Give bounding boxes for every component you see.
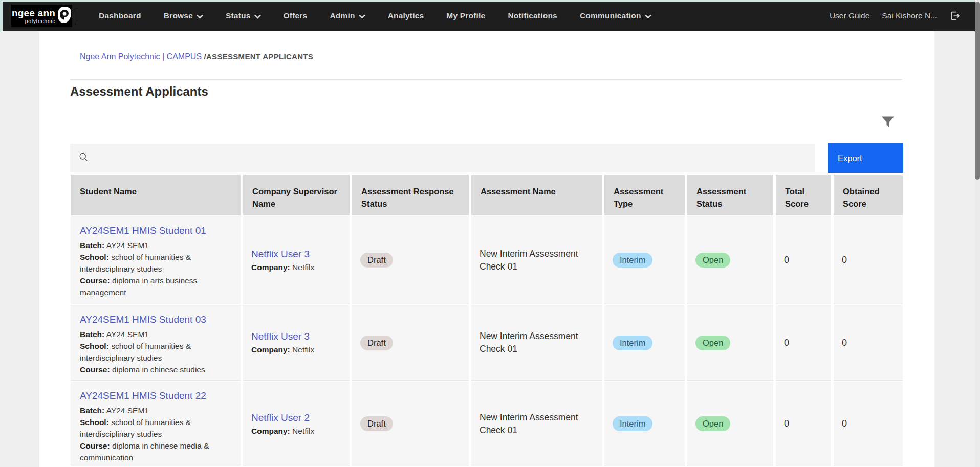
np-logo[interactable]: ngee ann polytechnic bbox=[11, 5, 72, 27]
assessment-name-cell: New Interim Assessment Check 01 bbox=[471, 305, 602, 381]
search-bar bbox=[70, 144, 815, 172]
top-nav: ngee ann polytechnic Dashboard Browse St… bbox=[0, 0, 975, 31]
filter-button[interactable] bbox=[878, 113, 898, 132]
assessment-type-cell: Interim bbox=[604, 216, 685, 304]
student-link[interactable]: AY24SEM1 HMIS Student 01 bbox=[80, 224, 206, 237]
table-row: AY24SEM1 HMIS Student 03 Batch: AY24 SEM… bbox=[71, 305, 903, 381]
table-row: AY24SEM1 HMIS Student 01 Batch: AY24 SEM… bbox=[71, 216, 903, 304]
assessment-status-badge: Open bbox=[695, 336, 730, 350]
student-link[interactable]: AY24SEM1 HMIS Student 22 bbox=[80, 389, 206, 403]
chevron-down-icon bbox=[359, 12, 365, 21]
student-cell: AY24SEM1 HMIS Student 22 Batch: AY24 SEM… bbox=[71, 382, 241, 466]
student-cell: AY24SEM1 HMIS Student 01 Batch: AY24 SEM… bbox=[71, 216, 241, 304]
scrollbar-track[interactable] bbox=[975, 0, 980, 467]
student-link[interactable]: AY24SEM1 HMIS Student 03 bbox=[80, 313, 206, 326]
title-divider bbox=[70, 79, 902, 80]
logout-icon[interactable] bbox=[949, 10, 961, 21]
assessment-type-cell: Interim bbox=[604, 305, 685, 381]
breadcrumb-current: /ASSESSMENT APPLICANTS bbox=[204, 52, 314, 61]
total-score-cell: 0 bbox=[776, 382, 831, 466]
supervisor-link[interactable]: Netflix User 2 bbox=[251, 411, 310, 425]
chevron-down-icon bbox=[645, 12, 651, 21]
supervisor-link[interactable]: Netflix User 3 bbox=[251, 248, 310, 261]
total-score-cell: 0 bbox=[776, 305, 831, 381]
assessment-status-cell: Open bbox=[687, 305, 773, 381]
nav-item-admin[interactable]: Admin bbox=[330, 11, 365, 21]
assessment-status-cell: Open bbox=[687, 382, 773, 466]
chevron-down-icon bbox=[254, 12, 261, 21]
assessment-type-cell: Interim bbox=[604, 382, 685, 466]
obtained-score-cell: 0 bbox=[834, 305, 903, 381]
response-status-badge: Draft bbox=[360, 416, 393, 431]
response-status-badge: Draft bbox=[360, 253, 393, 268]
np-logo-emblem-icon bbox=[57, 6, 72, 26]
col-header-company-supervisor-name: Company Supervisor Name bbox=[243, 175, 350, 215]
table-row: AY24SEM1 HMIS Student 22 Batch: AY24 SEM… bbox=[71, 382, 903, 466]
logo-line2: polytechnic bbox=[25, 18, 55, 24]
logo-line1: ngee ann bbox=[12, 8, 55, 18]
supervisor-cell: Netflix User 3 Company: Netfilx bbox=[243, 216, 350, 304]
obtained-score-cell: 0 bbox=[834, 216, 903, 304]
col-header-total-score: Total Score bbox=[776, 175, 831, 215]
assessment-name-cell: New Interim Assessment Check 01 bbox=[471, 382, 602, 466]
search-input[interactable] bbox=[94, 153, 807, 163]
window-left-edge bbox=[0, 0, 3, 31]
assessment-status-badge: Open bbox=[695, 416, 730, 431]
supervisor-link[interactable]: Netflix User 3 bbox=[251, 330, 310, 343]
breadcrumb-root-link[interactable]: Ngee Ann Polytechnic | CAMPUS bbox=[80, 52, 202, 61]
student-cell: AY24SEM1 HMIS Student 03 Batch: AY24 SEM… bbox=[71, 305, 241, 381]
table-header-row: Student Name Company Supervisor Name Ass… bbox=[71, 175, 903, 215]
scrollbar-thumb[interactable] bbox=[975, 2, 980, 180]
assessment-status-badge: Open bbox=[695, 253, 730, 268]
applicants-table: Student Name Company Supervisor Name Ass… bbox=[71, 175, 903, 467]
window-top-edge bbox=[0, 0, 980, 2]
nav-item-communication[interactable]: Communication bbox=[580, 11, 651, 21]
supervisor-cell: Netflix User 2 Company: Netfilx bbox=[243, 382, 350, 466]
nav-item-analytics[interactable]: Analytics bbox=[388, 11, 424, 20]
np-logo-text: ngee ann polytechnic bbox=[12, 8, 55, 24]
breadcrumb: Ngee Ann Polytechnic | CAMPUS /ASSESSMEN… bbox=[80, 52, 313, 61]
response-status-cell: Draft bbox=[352, 216, 469, 304]
page-title: Assessment Applicants bbox=[70, 84, 208, 99]
nav-divider bbox=[77, 9, 77, 23]
assessment-name-cell: New Interim Assessment Check 01 bbox=[471, 216, 602, 304]
obtained-score-cell: 0 bbox=[834, 382, 903, 466]
col-header-obtained-score: Obtained Score bbox=[834, 175, 903, 215]
col-header-student-name: Student Name bbox=[71, 175, 241, 215]
col-header-assessment-type: Assessment Type bbox=[604, 175, 685, 215]
nav-item-offers[interactable]: Offers bbox=[284, 11, 308, 20]
search-icon bbox=[78, 152, 89, 164]
nav-item-browse[interactable]: Browse bbox=[164, 11, 203, 21]
response-status-badge: Draft bbox=[360, 336, 393, 350]
export-button[interactable]: Export bbox=[828, 143, 903, 173]
response-status-cell: Draft bbox=[352, 382, 469, 466]
nav-right-group: User Guide Sai Kishore N... bbox=[830, 0, 961, 31]
nav-menu: Dashboard Browse Status Offers Admin Ana… bbox=[99, 0, 651, 31]
assessment-type-badge: Interim bbox=[613, 253, 652, 268]
col-header-assessment-name: Assessment Name bbox=[471, 175, 602, 215]
supervisor-cell: Netflix User 3 Company: Netfilx bbox=[243, 305, 350, 381]
assessment-type-badge: Interim bbox=[613, 336, 652, 350]
nav-item-status[interactable]: Status bbox=[226, 11, 261, 21]
filter-funnel-icon bbox=[879, 113, 897, 132]
nav-item-dashboard[interactable]: Dashboard bbox=[99, 11, 141, 20]
assessment-status-cell: Open bbox=[687, 216, 773, 304]
col-header-assessment-status: Assessment Status bbox=[687, 175, 773, 215]
total-score-cell: 0 bbox=[776, 216, 831, 304]
nav-item-my-profile[interactable]: My Profile bbox=[446, 11, 485, 20]
user-guide-link[interactable]: User Guide bbox=[830, 11, 869, 20]
chevron-down-icon bbox=[197, 12, 203, 21]
assessment-type-badge: Interim bbox=[613, 416, 652, 431]
response-status-cell: Draft bbox=[352, 305, 469, 381]
username-menu[interactable]: Sai Kishore N... bbox=[882, 11, 937, 20]
col-header-assessment-response-status: Assessment Response Status bbox=[352, 175, 469, 215]
nav-item-notifications[interactable]: Notifications bbox=[508, 11, 557, 20]
